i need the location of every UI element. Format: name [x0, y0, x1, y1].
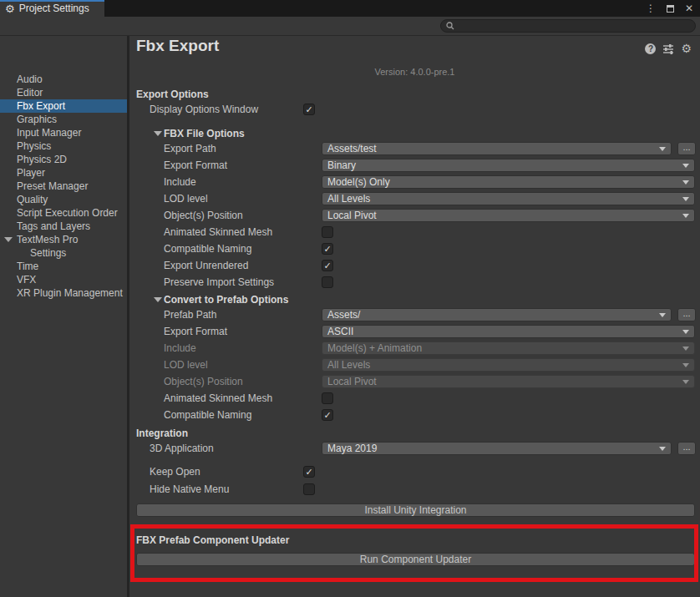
sidebar-item-graphics[interactable]: Graphics	[0, 113, 127, 126]
search-input[interactable]	[458, 21, 690, 31]
settings-sidebar: Audio Editor Fbx Export Graphics Input M…	[0, 36, 127, 597]
sidebar-item-input-manager[interactable]: Input Manager	[0, 126, 127, 139]
label-objects-position: Object(s) Position	[164, 209, 243, 222]
checkbox-hide-native-menu[interactable]	[303, 483, 315, 495]
tab-project-settings[interactable]: ⚙ Project Settings	[0, 0, 104, 17]
form-row: Object(s) Position Local Pivot	[129, 209, 700, 222]
checkbox-prefab-animated-skinned-mesh[interactable]	[322, 392, 333, 404]
form-row: Include Model(s) + Animation	[129, 342, 700, 355]
label-export-unrendered: Export Unrendered	[164, 259, 248, 272]
chevron-down-icon	[659, 447, 666, 451]
sidebar-item-script-execution-order[interactable]: Script Execution Order	[0, 206, 127, 220]
run-component-updater-button[interactable]: Run Component Updater	[136, 553, 695, 566]
label-preserve-import-settings: Preserve Import Settings	[164, 276, 274, 289]
label-3d-application: 3D Application	[150, 442, 214, 455]
label-prefab-lod-level: LOD level	[164, 358, 208, 372]
foldout-fbx-file-options: FBX File Options	[164, 127, 245, 140]
foldout-open-icon[interactable]	[154, 131, 162, 136]
dropdown-export-format[interactable]: Binary	[322, 159, 695, 172]
form-row: Compatible Naming ✓	[129, 408, 700, 422]
dropdown-value: All Levels	[327, 359, 370, 371]
chevron-down-icon	[682, 363, 689, 367]
tab-active-accent	[0, 0, 104, 2]
form-row: Preserve Import Settings	[129, 276, 700, 289]
form-row: Export Unrendered ✓	[129, 259, 700, 272]
package-version: Version: 4.0.0-pre.1	[129, 67, 700, 77]
form-row: Display Options Window ✓	[129, 103, 700, 116]
presets-icon[interactable]	[662, 43, 674, 54]
dropdown-export-path[interactable]: Assets/test	[322, 142, 672, 155]
label-lod-level: LOD level	[164, 192, 208, 205]
label-animated-skinned-mesh: Animated Skinned Mesh	[164, 225, 272, 239]
window-titlebar: ⚙ Project Settings ⋮ ✕	[0, 0, 700, 17]
form-row: Compatible Naming ✓	[129, 242, 700, 255]
form-row: Convert to Prefab Options	[129, 293, 700, 306]
browse-3d-application-button[interactable]: ...	[677, 442, 696, 455]
sidebar-item-physics-2d[interactable]: Physics 2D	[0, 153, 127, 166]
sidebar-item-audio[interactable]: Audio	[0, 73, 127, 86]
browse-prefab-path-button[interactable]: ...	[677, 308, 696, 321]
form-row: Export Path Assets/test ...	[129, 142, 700, 155]
dropdown-value: Binary	[327, 159, 356, 171]
search-icon	[446, 22, 454, 30]
dropdown-objects-position[interactable]: Local Pivot	[322, 209, 695, 222]
checkbox-keep-open[interactable]: ✓	[303, 466, 315, 478]
checkbox-prefab-compatible-naming[interactable]: ✓	[322, 409, 333, 421]
sidebar-item-editor[interactable]: Editor	[0, 86, 127, 99]
dropdown-value: Assets/test	[327, 143, 377, 154]
dropdown-include[interactable]: Model(s) Only	[322, 175, 695, 189]
chevron-down-icon	[682, 164, 689, 168]
gear-icon[interactable]: ⚙	[681, 43, 692, 54]
dropdown-prefab-include: Model(s) + Animation	[322, 342, 695, 355]
checkbox-compatible-naming[interactable]: ✓	[322, 243, 333, 255]
foldout-open-icon[interactable]	[4, 237, 13, 242]
checkbox-export-unrendered[interactable]: ✓	[322, 260, 333, 271]
label-prefab-include: Include	[164, 342, 196, 355]
sidebar-item-vfx[interactable]: VFX	[0, 273, 127, 286]
maximize-icon[interactable]	[667, 5, 674, 13]
search-box[interactable]	[440, 19, 696, 33]
dropdown-prefab-path[interactable]: Assets/	[322, 308, 672, 321]
sidebar-item-fbx-export[interactable]: Fbx Export	[0, 99, 127, 113]
label-prefab-compatible-naming: Compatible Naming	[164, 408, 251, 422]
dropdown-prefab-objects-position: Local Pivot	[322, 375, 695, 388]
sidebar-item-time[interactable]: Time	[0, 260, 127, 273]
help-icon[interactable]: ?	[645, 43, 656, 54]
label-prefab-animated-skinned-mesh: Animated Skinned Mesh	[164, 392, 272, 405]
window-menu-icon[interactable]: ⋮	[646, 3, 656, 14]
dropdown-lod-level[interactable]: All Levels	[322, 192, 695, 205]
sidebar-item-textmesh-settings[interactable]: Settings	[0, 246, 127, 260]
header-icons: ? ⚙	[645, 43, 692, 54]
dropdown-prefab-export-format[interactable]: ASCII	[322, 325, 695, 338]
checkbox-display-options-window[interactable]: ✓	[303, 104, 315, 115]
sidebar-item-player[interactable]: Player	[0, 166, 127, 180]
sidebar-item-xr-plugin-management[interactable]: XR Plugin Management	[0, 286, 127, 300]
checkbox-preserve-import-settings[interactable]	[322, 276, 333, 288]
sidebar-item-quality[interactable]: Quality	[0, 193, 127, 206]
form-row: LOD level All Levels	[129, 192, 700, 205]
sidebar-item-tags-and-layers[interactable]: Tags and Layers	[0, 220, 127, 233]
form-row: Include Model(s) Only	[129, 175, 700, 189]
chevron-down-icon	[659, 147, 666, 151]
browse-export-path-button[interactable]: ...	[677, 142, 696, 155]
dropdown-3d-application[interactable]: Maya 2019	[322, 442, 672, 455]
sidebar-item-preset-manager[interactable]: Preset Manager	[0, 180, 127, 193]
form-row: FBX File Options	[129, 127, 700, 140]
form-row: Export Format ASCII	[129, 325, 700, 338]
dropdown-prefab-lod-level: All Levels	[322, 358, 695, 372]
dropdown-value: Assets/	[327, 309, 360, 321]
install-unity-integration-button[interactable]: Install Unity Integration	[136, 503, 695, 517]
form-row: Hide Native Menu	[129, 483, 700, 496]
sidebar-item-physics[interactable]: Physics	[0, 139, 127, 153]
form-row: LOD level All Levels	[129, 358, 700, 372]
checkbox-animated-skinned-mesh[interactable]	[322, 226, 333, 238]
chevron-down-icon	[682, 197, 689, 201]
label-compatible-naming: Compatible Naming	[164, 242, 251, 255]
sidebar-item-textmesh-pro[interactable]: TextMesh Pro	[0, 233, 127, 246]
form-row: Keep Open ✓	[129, 465, 700, 478]
chevron-down-icon	[659, 313, 666, 317]
close-icon[interactable]: ✕	[685, 3, 693, 14]
label-keep-open: Keep Open	[150, 465, 200, 478]
dropdown-value: Local Pivot	[327, 210, 377, 221]
foldout-open-icon[interactable]	[154, 297, 162, 302]
